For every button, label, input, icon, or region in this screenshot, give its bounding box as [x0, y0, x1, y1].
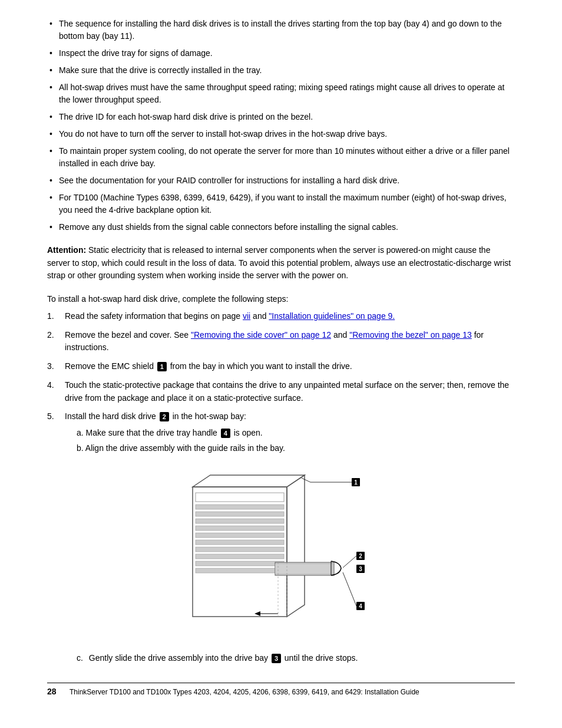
step-content: Touch the static-protective package that…	[65, 379, 515, 404]
svg-text:1: 1	[354, 479, 358, 486]
step-content: Remove the EMC shield 1 from the bay in …	[65, 360, 515, 373]
bullet-item: Remove any dust shields from the signal …	[47, 221, 515, 233]
svg-rect-11	[196, 568, 284, 573]
svg-rect-9	[196, 554, 284, 559]
svg-rect-3	[196, 512, 284, 516]
numbered-step: 4.Touch the static-protective package th…	[47, 379, 515, 404]
svg-rect-7	[196, 540, 284, 545]
attention-text: Static electricity that is released to i…	[47, 245, 511, 280]
svg-marker-12	[287, 475, 305, 617]
bullet-item: The sequence for installing the hard dis…	[47, 18, 515, 42]
step-number: 2.	[47, 329, 65, 354]
attention-block: Attention: Static electricity that is re…	[47, 244, 515, 282]
numbered-step: 5.Install the hard disk drive 2 in the h…	[47, 410, 515, 457]
footer-bar: 28 ThinkServer TD100 and TD100x Types 42…	[47, 683, 515, 696]
svg-text:3: 3	[359, 566, 362, 572]
step-number: 4.	[47, 379, 65, 404]
svg-rect-4	[196, 519, 284, 523]
svg-rect-8	[196, 547, 284, 552]
sub-steps: a. Make sure that the drive tray handle …	[65, 427, 515, 454]
svg-marker-30	[254, 611, 260, 616]
badge-2: 2	[160, 412, 169, 421]
footer-page-number: 28	[47, 687, 64, 696]
svg-line-28	[343, 572, 356, 606]
step-c-badge: 3	[272, 654, 281, 663]
svg-line-17	[302, 478, 310, 482]
step-content: Install the hard disk drive 2 in the hot…	[65, 410, 515, 457]
badge-4: 4	[221, 429, 230, 438]
bullet-item: You do not have to turn off the server t…	[47, 128, 515, 140]
svg-line-23	[343, 556, 356, 568]
illustration-container: 1 2 3 4	[47, 469, 515, 640]
step-c-text-after: until the drive stops.	[282, 653, 358, 663]
footer-text: ThinkServer TD100 and TD100x Types 4203,…	[70, 688, 419, 696]
steps-intro: To install a hot-swap hard disk drive, c…	[47, 293, 515, 305]
step-number: 1.	[47, 310, 65, 323]
step-number: 3.	[47, 360, 65, 373]
bullet-item: Make sure that the drive is correctly in…	[47, 64, 515, 77]
badge-1: 1	[157, 362, 167, 371]
numbered-step: 2.Remove the bezel and cover. See "Remov…	[47, 329, 515, 354]
svg-marker-13	[193, 475, 305, 487]
svg-rect-6	[196, 533, 284, 538]
bullet-item: Inspect the drive tray for signs of dama…	[47, 47, 515, 60]
doc-link-removing-side-cover[interactable]: "Removing the side cover" on page 12	[191, 330, 331, 340]
bullet-item: To maintain proper system cooling, do no…	[47, 145, 515, 170]
svg-rect-19	[275, 564, 333, 574]
bullet-item: For TD100 (Machine Types 6398, 6399, 641…	[47, 192, 515, 216]
svg-rect-1	[196, 493, 284, 502]
svg-rect-5	[196, 526, 284, 531]
step-c: c. Gently slide the drive assembly into …	[47, 652, 515, 665]
step-content: Remove the bezel and cover. See "Removin…	[65, 329, 515, 354]
svg-rect-10	[196, 561, 284, 566]
doc-link-installation-guidelines[interactable]: "Installation guidelines" on page 9.	[269, 311, 395, 321]
bullet-item: See the documentation for your RAID cont…	[47, 174, 515, 187]
numbered-step: 3.Remove the EMC shield 1 from the bay i…	[47, 360, 515, 373]
doc-link-removing-bezel[interactable]: "Removing the bezel" on page 13	[349, 330, 472, 340]
server-illustration: 1 2 3 4	[175, 469, 387, 640]
attention-label: Attention:	[47, 245, 86, 255]
svg-rect-2	[196, 505, 284, 509]
step-content: Read the safety information that begins …	[65, 310, 515, 323]
sub-step: b. Align the drive assembly with the gui…	[77, 442, 515, 454]
step-number: 5.	[47, 410, 65, 457]
sub-step: a. Make sure that the drive tray handle …	[77, 427, 515, 439]
step-c-text-before: Gently slide the drive assembly into the…	[89, 653, 270, 663]
svg-text:2: 2	[359, 553, 362, 559]
numbered-step: 1.Read the safety information that begin…	[47, 310, 515, 323]
bullet-item: The drive ID for each hot-swap hard disk…	[47, 111, 515, 123]
bullet-list: The sequence for installing the hard dis…	[47, 18, 515, 233]
svg-text:4: 4	[359, 603, 362, 610]
doc-link-vii[interactable]: vii	[243, 311, 250, 321]
step-c-letter: c.	[47, 653, 83, 663]
bullet-item: All hot-swap drives must have the same t…	[47, 81, 515, 106]
numbered-steps: 1.Read the safety information that begin…	[47, 310, 515, 457]
